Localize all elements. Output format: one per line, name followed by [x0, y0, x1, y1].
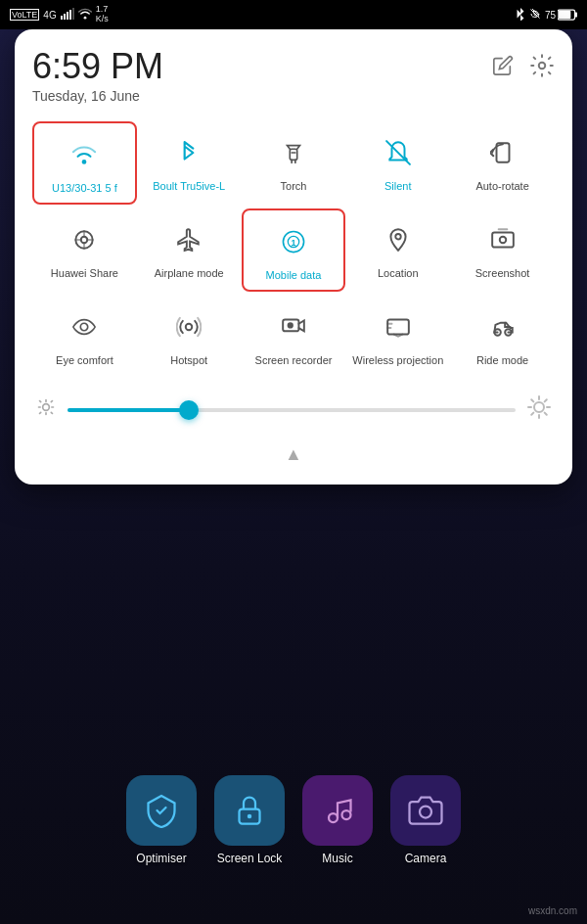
brightness-row — [32, 388, 555, 433]
tile-hotspot-label: Hotspot — [170, 354, 207, 367]
svg-point-24 — [395, 234, 400, 239]
svg-rect-25 — [492, 233, 514, 248]
app-icon-optimiser[interactable]: Optimiser — [126, 775, 197, 865]
brightness-low-icon — [36, 397, 56, 422]
brightness-thumb[interactable] — [179, 400, 199, 420]
tile-torch-label: Torch — [281, 180, 307, 193]
qs-header-icons — [492, 53, 555, 84]
settings-icon[interactable] — [529, 53, 555, 84]
brightness-slider[interactable] — [68, 408, 516, 412]
tile-location[interactable]: Location — [345, 208, 450, 292]
brightness-high-icon — [527, 395, 551, 425]
svg-point-35 — [534, 402, 544, 412]
svg-rect-0 — [61, 16, 63, 20]
airplane-tile-icon — [167, 218, 210, 261]
app-label-music: Music — [322, 852, 352, 865]
bluetooth-status-icon — [516, 7, 525, 23]
svg-point-15 — [82, 160, 87, 164]
svg-point-30 — [289, 324, 293, 328]
tile-screen-recorder[interactable]: Screen recorder — [242, 296, 346, 375]
tile-wifi-label: U13/30-31 5 f — [52, 182, 117, 195]
screen-recorder-tile-icon — [272, 305, 315, 348]
status-left: VoLTE 4G 1.7K/s — [10, 5, 109, 24]
tile-screenshot-label: Screenshot — [475, 267, 530, 280]
qs-date-display: Tuesday, 16 June — [32, 88, 163, 104]
tile-bluetooth-label: Boult Tru5ive-L — [153, 180, 225, 193]
quick-settings-panel: 6:59 PM Tuesday, 16 June U13/30-31 5 f — [15, 29, 572, 485]
speed-indicator: 1.7K/s — [96, 5, 109, 24]
tile-hotspot[interactable]: Hotspot — [137, 296, 242, 375]
tile-screen-recorder-label: Screen recorder — [255, 354, 333, 367]
app-label-camera: Camera — [405, 852, 447, 865]
app-label-screen-lock: Screen Lock — [217, 852, 283, 865]
tile-eye-comfort[interactable]: Eye comfort — [32, 296, 137, 375]
tile-eye-comfort-label: Eye comfort — [56, 354, 113, 367]
svg-point-11 — [329, 813, 338, 822]
status-bar: VoLTE 4G 1.7K/s 75 — [0, 0, 587, 29]
tile-wifi[interactable]: U13/30-31 5 f — [32, 121, 137, 205]
app-icon-screen-lock[interactable]: Screen Lock — [214, 775, 285, 865]
tile-location-label: Location — [378, 267, 419, 280]
svg-rect-4 — [72, 8, 74, 20]
qs-time-display: 6:59 PM — [32, 49, 163, 84]
tile-huawei-share-label: Huawei Share — [51, 267, 118, 280]
battery-indicator: 75 — [545, 9, 577, 21]
tile-mobile-data-label: Mobile data — [266, 269, 322, 282]
svg-rect-7 — [575, 13, 578, 18]
svg-rect-3 — [69, 10, 71, 20]
app-icon-music[interactable]: Music — [302, 775, 373, 865]
svg-rect-31 — [387, 320, 409, 335]
tile-silent-label: Silent — [384, 180, 412, 193]
mobile-data-tile-icon: 1 — [272, 220, 315, 263]
torch-tile-icon — [272, 131, 315, 174]
wifi-tile-icon — [63, 133, 106, 176]
tile-auto-rotate[interactable]: Auto-rotate — [450, 121, 555, 205]
svg-point-14 — [539, 63, 546, 69]
bluetooth-tile-icon — [167, 131, 210, 174]
svg-rect-8 — [559, 11, 571, 19]
tile-silent[interactable]: Silent — [345, 121, 450, 205]
screenshot-tile-icon — [481, 218, 524, 261]
qs-time: 6:59 PM Tuesday, 16 June — [32, 49, 163, 104]
tile-wireless-projection[interactable]: Wireless projection — [345, 296, 450, 375]
tile-bluetooth[interactable]: Boult Tru5ive-L — [137, 121, 242, 205]
tile-airplane-label: Airplane mode — [155, 267, 224, 280]
svg-point-28 — [186, 324, 193, 331]
eye-comfort-tile-icon — [63, 305, 106, 348]
svg-point-13 — [420, 807, 431, 818]
svg-rect-2 — [67, 12, 68, 20]
svg-point-27 — [81, 324, 88, 331]
tile-airplane[interactable]: Airplane mode — [137, 208, 242, 292]
tile-mobile-data[interactable]: 1 Mobile data — [242, 208, 346, 292]
hotspot-tile-icon — [167, 305, 210, 348]
svg-rect-16 — [290, 149, 296, 160]
qs-header: 6:59 PM Tuesday, 16 June — [32, 49, 555, 104]
status-right: 75 — [516, 7, 577, 23]
app-icon-camera[interactable]: Camera — [390, 775, 461, 865]
qs-tiles-grid: U13/30-31 5 f Boult Tru5ive-L Torch — [32, 121, 555, 376]
svg-point-26 — [499, 237, 506, 244]
svg-text:1: 1 — [292, 238, 296, 248]
tile-ride-mode[interactable]: Ride mode — [450, 296, 555, 375]
signal-4g: 4G — [43, 10, 56, 21]
signal-bars — [61, 8, 74, 22]
location-tile-icon — [377, 218, 420, 261]
silent-tile-icon — [377, 131, 420, 174]
svg-point-12 — [342, 810, 351, 819]
auto-rotate-tile-icon — [481, 131, 524, 174]
volte-icon: VoLTE — [10, 9, 39, 21]
silent-status-icon — [529, 7, 541, 23]
watermark: wsxdn.com — [528, 905, 577, 916]
ride-mode-tile-icon — [481, 305, 524, 348]
tile-screenshot[interactable]: Screenshot — [450, 208, 555, 292]
tile-ride-mode-label: Ride mode — [476, 354, 528, 367]
svg-point-10 — [248, 814, 252, 819]
brightness-fill — [68, 408, 189, 412]
tile-torch[interactable]: Torch — [242, 121, 346, 205]
tile-huawei-share[interactable]: Huawei Share — [32, 208, 137, 292]
tile-auto-rotate-label: Auto-rotate — [475, 180, 528, 193]
edit-icon[interactable] — [492, 55, 514, 82]
wireless-projection-tile-icon — [377, 305, 420, 348]
collapse-arrow-icon: ▲ — [285, 444, 302, 465]
qs-collapse[interactable]: ▲ — [32, 440, 555, 469]
